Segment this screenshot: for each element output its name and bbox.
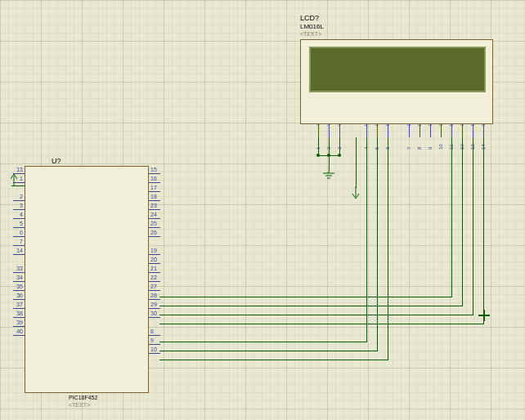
lcd-pin	[462, 124, 463, 137]
lcd-pin	[483, 124, 484, 137]
power-arrow-icon	[8, 172, 20, 186]
mcu-pin-number: 28	[150, 293, 157, 298]
lcd-part: LM016L	[300, 23, 324, 30]
lcd-pin-number: 8	[417, 147, 422, 150]
lcd-ref: LCD?	[300, 14, 319, 22]
mcu-pin	[13, 308, 25, 309]
mcu-pin-number: 2	[15, 194, 23, 199]
lcd-pin	[339, 124, 340, 137]
mcu-pin	[13, 290, 25, 291]
mcu-pin	[13, 200, 25, 201]
mcu-pin-number: 26	[150, 230, 157, 235]
mcu-pin	[13, 209, 25, 210]
lcd-text: <TEXT>	[300, 31, 321, 37]
mcu-pin-number: 38	[15, 311, 23, 316]
mcu-pin	[149, 209, 160, 210]
mcu-pin	[149, 200, 160, 201]
mcu-part: PIC18F452	[69, 395, 97, 400]
mcu-pin-number: 40	[15, 328, 23, 334]
mcu-pin	[13, 281, 25, 282]
lcd-pin	[430, 124, 431, 137]
mcu-component[interactable]	[25, 166, 149, 393]
lcd-pin	[409, 124, 410, 137]
lcd-screen	[309, 47, 486, 92]
mcu-pin-number: 18	[150, 194, 157, 199]
mcu-pin-number: 16	[150, 176, 157, 181]
mcu-pin	[149, 191, 160, 192]
mcu-pin-number: 37	[15, 302, 23, 307]
mcu-pin-number: 8	[150, 328, 154, 334]
mcu-pin-number: 39	[15, 319, 23, 325]
power-arrow-icon	[350, 186, 361, 201]
mcu-pin-number: 29	[150, 302, 157, 307]
mcu-pin	[149, 227, 160, 228]
ground-icon	[321, 172, 336, 181]
lcd-pin	[451, 124, 452, 137]
mcu-pin	[149, 290, 160, 291]
junction	[338, 154, 341, 157]
mcu-pin-number: 34	[15, 275, 23, 280]
mcu-pin-number: 7	[15, 239, 23, 244]
mcu-pin	[149, 353, 160, 354]
mcu-pin	[13, 272, 25, 273]
mcu-pin	[149, 281, 160, 282]
mcu-pin	[149, 335, 160, 336]
mcu-pin	[149, 272, 160, 273]
mcu-pin-number: 30	[150, 311, 157, 316]
mcu-pin-number: 25	[150, 221, 157, 226]
mcu-pin	[13, 254, 25, 255]
mcu-pin	[13, 245, 25, 246]
mcu-pin	[149, 308, 160, 309]
mcu-pin-number: 35	[15, 284, 23, 289]
mcu-pin	[149, 344, 160, 345]
mcu-pin-number: 14	[15, 248, 23, 253]
lcd-component[interactable]	[300, 39, 493, 124]
mcu-pin	[13, 317, 25, 318]
mcu-pin	[149, 254, 160, 255]
mcu-pin	[149, 299, 160, 300]
lcd-pin	[420, 124, 420, 137]
mcu-pin-number: 27	[150, 284, 157, 289]
mcu-pin	[149, 182, 160, 183]
mcu-pin-number: 10	[150, 346, 157, 352]
mcu-pin-number: 23	[150, 203, 157, 208]
mcu-pin	[13, 236, 25, 237]
cursor-marker	[478, 310, 490, 321]
junction	[316, 154, 320, 157]
mcu-pin	[149, 218, 160, 219]
mcu-pin-number: 36	[15, 293, 23, 298]
mcu-pin-number: 5	[15, 221, 23, 226]
mcu-pin	[13, 326, 25, 327]
lcd-pin	[366, 124, 367, 137]
mcu-pin-number: 20	[150, 257, 157, 262]
mcu-pin-number: 3	[15, 203, 23, 208]
lcd-pin	[318, 124, 319, 137]
lcd-pin	[441, 124, 442, 137]
mcu-pin	[149, 317, 160, 318]
mcu-pin	[149, 173, 160, 174]
mcu-pin-number: 21	[150, 266, 157, 271]
mcu-ref: U?	[52, 157, 61, 165]
mcu-pin-number: 9	[150, 337, 154, 343]
junction	[327, 154, 330, 157]
mcu-pin	[13, 218, 25, 219]
mcu-pin-number: 6	[15, 230, 23, 235]
lcd-pin-number: 10	[438, 144, 443, 150]
mcu-pin-number: 33	[15, 266, 23, 271]
mcu-pin	[13, 299, 25, 300]
svg-rect-5	[478, 315, 490, 316]
lcd-pin	[388, 124, 388, 137]
lcd-pin-number: 7	[406, 147, 411, 150]
mcu-pin-number: 17	[150, 185, 157, 190]
lcd-pin-number: 9	[428, 147, 433, 150]
lcd-pin	[473, 124, 473, 137]
mcu-pin-number: 19	[150, 248, 157, 253]
mcu-pin	[149, 236, 160, 237]
mcu-text: <TEXT>	[69, 402, 90, 408]
mcu-pin	[13, 335, 25, 336]
mcu-pin	[149, 263, 160, 264]
mcu-pin	[13, 227, 25, 228]
mcu-pin-number: 24	[150, 212, 157, 217]
mcu-pin-number: 4	[15, 212, 23, 217]
lcd-pin	[329, 124, 330, 137]
